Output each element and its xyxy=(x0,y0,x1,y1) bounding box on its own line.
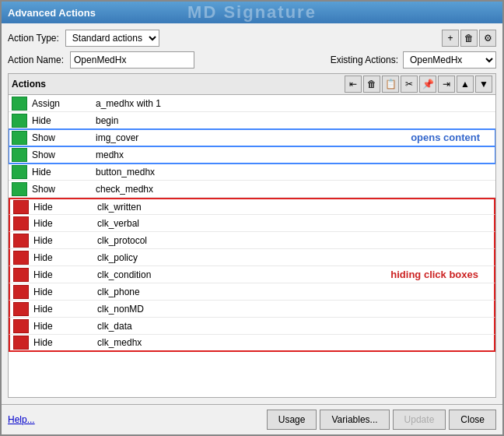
close-button[interactable]: Close xyxy=(449,410,496,430)
top-right-buttons: + 🗑 ⚙ xyxy=(442,30,496,47)
action-param: button_medhx xyxy=(93,167,495,178)
help-link[interactable]: Help... xyxy=(8,414,35,425)
color-indicator xyxy=(13,268,29,282)
action-param: a_medhx with 1 xyxy=(93,98,495,109)
action-param: begin xyxy=(93,115,495,126)
toolbar-indent-btn[interactable]: ⇤ xyxy=(345,76,362,93)
action-name: Assign xyxy=(30,98,93,109)
color-indicator xyxy=(13,216,29,230)
annotation: opens content xyxy=(411,132,480,143)
existing-actions-label: Existing Actions: xyxy=(331,54,398,65)
table-row[interactable]: Hideclk_conditionhiding click boxes xyxy=(9,266,495,283)
toolbar-down-btn[interactable]: ▼ xyxy=(475,76,492,93)
toolbar-delete-btn[interactable]: 🗑 xyxy=(363,76,380,93)
color-indicator xyxy=(13,200,29,214)
annotation: hiding click boxes xyxy=(390,269,478,280)
actions-section: Actions ⇤ 🗑 📋 ✂ 📌 ⇥ ▲ ▼ Assigna_medhx wi… xyxy=(8,73,496,398)
action-type-row: Action Type: Standard actionsCustom acti… xyxy=(8,30,496,47)
action-name: Hide xyxy=(32,304,94,315)
options-icon-btn[interactable]: ⚙ xyxy=(479,30,496,47)
action-type-label: Action Type: xyxy=(8,33,59,44)
action-name: Hide xyxy=(32,218,94,229)
color-indicator xyxy=(12,165,27,179)
existing-actions-select[interactable]: OpenMedHx xyxy=(403,51,496,69)
action-name: Show xyxy=(30,132,93,143)
usage-button[interactable]: Usage xyxy=(267,410,317,430)
action-param: clk_phone xyxy=(94,287,494,297)
color-indicator xyxy=(12,131,27,145)
table-row[interactable]: Showmedhx xyxy=(9,146,495,164)
action-name: Hide xyxy=(30,115,93,126)
table-row[interactable]: Hideclk_policy xyxy=(9,249,495,266)
action-name: Hide xyxy=(32,337,94,348)
action-name-input[interactable] xyxy=(70,51,194,69)
color-indicator xyxy=(13,336,29,350)
action-name: Show xyxy=(30,149,93,160)
table-row[interactable]: Assigna_medhx with 1 xyxy=(9,95,495,112)
action-param: clk_protocol xyxy=(94,235,494,246)
add-icon-btn[interactable]: + xyxy=(442,30,459,47)
color-indicator xyxy=(13,319,29,333)
color-indicator xyxy=(13,285,29,299)
color-indicator xyxy=(12,182,27,196)
action-param: check_medhx xyxy=(93,184,495,195)
action-name: Hide xyxy=(32,321,94,332)
table-row[interactable]: Hideclk_verbal xyxy=(9,215,495,232)
action-param: clk_nonMD xyxy=(94,304,494,315)
table-row[interactable]: Hidebutton_medhx xyxy=(9,164,495,181)
action-param: medhx xyxy=(93,149,495,160)
action-name-label: Action Name: xyxy=(8,54,64,65)
bottom-bar: Help... Usage Variables... Update Close xyxy=(2,404,502,434)
window-title: Advanced Actions xyxy=(8,7,96,19)
advanced-actions-window: Advanced Actions MD Signature Action Typ… xyxy=(0,0,504,436)
table-row[interactable]: Hidebegin xyxy=(9,112,495,129)
action-name: Hide xyxy=(32,202,94,213)
action-name: Hide xyxy=(32,235,94,246)
actions-header: Actions ⇤ 🗑 📋 ✂ 📌 ⇥ ▲ ▼ xyxy=(9,74,495,95)
action-name: Show xyxy=(30,184,93,195)
color-indicator xyxy=(13,234,29,248)
actions-label: Actions xyxy=(12,79,46,90)
color-indicator xyxy=(12,114,27,128)
action-param: clk_written xyxy=(94,202,494,213)
action-param: clk_policy xyxy=(94,252,494,263)
toolbar-copy-btn[interactable]: 📋 xyxy=(382,76,399,93)
table-row[interactable]: Hideclk_data xyxy=(9,318,495,335)
color-indicator xyxy=(13,251,29,265)
action-param: clk_data xyxy=(94,321,494,332)
action-param: clk_verbal xyxy=(94,218,494,229)
delete-icon-btn[interactable]: 🗑 xyxy=(460,30,478,47)
table-row[interactable]: Hideclk_written xyxy=(9,198,495,215)
action-name: Hide xyxy=(32,252,94,263)
action-name-row: Action Name: Existing Actions: OpenMedHx xyxy=(8,51,496,69)
color-indicator xyxy=(12,97,27,111)
toolbar-up-btn[interactable]: ▲ xyxy=(457,76,474,93)
actions-table: Assigna_medhx with 1HidebeginShowimg_cov… xyxy=(9,95,495,397)
table-row[interactable]: Hideclk_nonMD xyxy=(9,301,495,318)
content-area: Action Type: Standard actionsCustom acti… xyxy=(2,23,502,404)
watermark: MD Signature xyxy=(187,2,317,23)
title-bar: Advanced Actions MD Signature xyxy=(2,2,502,23)
table-row[interactable]: Showimg_coveropens content xyxy=(9,129,495,146)
toolbar-outdent-btn[interactable]: ⇥ xyxy=(438,76,455,93)
table-row[interactable]: Hideclk_protocol xyxy=(9,232,495,249)
action-name: Hide xyxy=(30,167,93,178)
action-name: Hide xyxy=(32,269,94,280)
variables-button[interactable]: Variables... xyxy=(320,410,389,430)
action-name: Hide xyxy=(32,287,94,297)
toolbar-cut-btn[interactable]: ✂ xyxy=(401,76,418,93)
table-row[interactable]: Hideclk_phone xyxy=(9,283,495,301)
actions-toolbar: ⇤ 🗑 📋 ✂ 📌 ⇥ ▲ ▼ xyxy=(345,76,492,93)
toolbar-paste-btn[interactable]: 📌 xyxy=(419,76,436,93)
table-row[interactable]: Showcheck_medhx xyxy=(9,181,495,198)
action-param: clk_medhx xyxy=(94,337,494,348)
action-type-select[interactable]: Standard actionsCustom actions xyxy=(65,30,159,47)
table-row[interactable]: Hideclk_medhx xyxy=(9,335,495,352)
color-indicator xyxy=(12,148,27,162)
scrollbar-area: Assigna_medhx with 1HidebeginShowimg_cov… xyxy=(9,95,495,397)
color-indicator xyxy=(13,302,29,316)
update-button[interactable]: Update xyxy=(393,410,446,430)
